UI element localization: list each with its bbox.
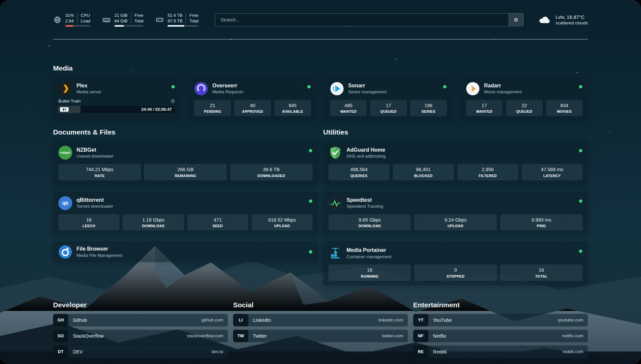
plex-card[interactable]: Plex Media server Bullet Train ⚙ 24:44 /… xyxy=(53,77,180,121)
playback-time: 24:44 / 02:06:47 xyxy=(141,106,172,113)
stat-value: 834 xyxy=(547,103,581,108)
app-subtitle: Usenet downloader xyxy=(76,154,113,159)
bookmark-github[interactable]: GH Github github.com xyxy=(53,314,228,326)
stat-tile: 1.19 Gbps DOWNLOAD xyxy=(123,214,184,230)
portainer-card[interactable]: Media Portainer Container management 16 … xyxy=(323,242,588,285)
search-bar: G xyxy=(215,13,524,26)
stat-value: 47.569 ms xyxy=(523,167,581,172)
status-indicator xyxy=(579,85,582,88)
adguard-card[interactable]: AdGuard Home DNS and adblocking 498,564 … xyxy=(323,141,588,185)
stat-value: 17 xyxy=(467,103,501,108)
stat-value: 16 xyxy=(502,267,581,273)
stat-label: DOWNLOAD xyxy=(124,224,182,228)
qbittorrent-card[interactable]: qb qBittorrent Torrent downloader 16 LEE… xyxy=(53,192,318,235)
ram-free-label: Free xyxy=(135,13,143,18)
stat-label: PENDING xyxy=(196,109,229,113)
filebrowser-card[interactable]: File Browser Media File Management xyxy=(53,242,318,262)
dashboard-screen: 31% 2.94 CPU Load xyxy=(0,0,641,364)
overseerr-icon xyxy=(194,82,208,96)
radarr-icon xyxy=(466,82,480,96)
status-indicator xyxy=(171,85,175,88)
bookmark-netflix[interactable]: NF Netflix netflix.com xyxy=(413,330,588,342)
search-engine-button[interactable]: G xyxy=(509,14,523,26)
app-name: File Browser xyxy=(76,246,122,252)
stat-value: 498,564 xyxy=(330,167,388,172)
bookmarks-row: Developer GH Github github.com SO StackO… xyxy=(53,301,588,358)
app-subtitle: Torrent downloader xyxy=(76,204,113,209)
app-name: Overseerr xyxy=(212,82,243,89)
bookmark-reddit[interactable]: RE Reddit reddit.com xyxy=(413,346,588,358)
stat-label: WANTED xyxy=(331,109,365,113)
overseerr-card[interactable]: Overseerr Media Requests 21 PENDING 40 A… xyxy=(189,77,316,121)
stat-value: 40 xyxy=(235,103,269,108)
app-subtitle: Media File Management xyxy=(76,253,122,258)
settings-gear-icon[interactable]: ⚙ xyxy=(171,99,175,104)
stat-label: SERIES xyxy=(412,109,445,113)
documents-column: Documents & Files nzbget NZBGet Usenet d… xyxy=(53,129,318,285)
search-input[interactable] xyxy=(215,14,509,26)
ram-free-value: 21 GiB xyxy=(114,13,128,18)
app-name: AdGuard Home xyxy=(347,147,386,153)
qbittorrent-icon-text: qb xyxy=(62,200,68,206)
app-subtitle: Speedtest Tracking xyxy=(347,204,383,209)
stat-tile: 498,564 QUERIES xyxy=(328,164,389,180)
stat-label: APPROVED xyxy=(235,109,269,113)
app-name: Sonarr xyxy=(348,82,386,89)
stat-label: REMAINING xyxy=(145,174,225,178)
cpu-widget: 31% 2.94 CPU Load xyxy=(53,13,90,27)
linkedin-icon: LI xyxy=(233,314,248,326)
media-cards-row: Plex Media server Bullet Train ⚙ 24:44 /… xyxy=(53,77,588,121)
nzbget-card[interactable]: nzbget NZBGet Usenet downloader 744.21 M… xyxy=(53,141,318,185)
stat-label: DOWNLOADED xyxy=(231,174,311,178)
github-icon: GH xyxy=(53,314,68,326)
top-bar: 31% 2.94 CPU Load xyxy=(53,0,588,28)
sonarr-icon xyxy=(330,82,344,96)
disk-icon xyxy=(155,15,164,24)
stat-tile: 39.6 TB DOWNLOADED xyxy=(230,164,313,180)
weather-location: Lviv, 16.87°C xyxy=(556,14,588,20)
nzbget-icon-text: nzbget xyxy=(61,151,70,154)
bookmark-stackoverflow[interactable]: SO StackOverflow stackoverflow.com xyxy=(53,330,228,342)
radarr-card[interactable]: Radarr Movie management 17 WANTED 22 QUE… xyxy=(461,77,588,121)
cpu-load-label: Load xyxy=(81,18,90,24)
stat-label: DOWNLOAD xyxy=(330,224,410,228)
stat-label: PING xyxy=(502,224,581,228)
memory-widget: 21 GiB 64 GiB Free Total xyxy=(102,13,143,27)
stat-label: SEED xyxy=(189,224,247,228)
bookmark-youtube[interactable]: YT YouTube youtube.com xyxy=(413,314,588,326)
stat-label: STOPPED xyxy=(415,274,495,278)
now-playing-title: Bullet Train xyxy=(58,99,81,104)
section-title-developer: Developer xyxy=(53,301,228,309)
stat-tile: 16 RUNNING xyxy=(328,264,411,281)
pause-button[interactable] xyxy=(60,107,69,112)
stat-value: 196 xyxy=(412,103,445,108)
social-column: Social LI LinkedIn linkedin.com TW Twitt… xyxy=(233,301,408,358)
stat-tile: 21 PENDING xyxy=(194,100,231,116)
app-subtitle: Series management xyxy=(348,89,386,95)
stat-label: RATE xyxy=(60,174,139,178)
bookmark-label: Twitter xyxy=(253,333,267,339)
section-title-entertainment: Entertainment xyxy=(413,301,588,309)
adguard-icon xyxy=(328,146,342,160)
stat-tile: 266 GB REMAINING xyxy=(144,164,227,180)
bookmark-linkedin[interactable]: LI LinkedIn linkedin.com xyxy=(233,314,408,326)
speedtest-icon xyxy=(328,196,342,210)
speedtest-card[interactable]: Speedtest Speedtest Tracking 9.65 Gbps D… xyxy=(323,192,588,235)
stat-tile: 9.65 Gbps DOWNLOAD xyxy=(328,214,411,230)
app-subtitle: Media server xyxy=(76,89,101,95)
stat-value: 618.52 Mbps xyxy=(253,217,311,223)
bookmark-dev[interactable]: DT DEV dev.to xyxy=(53,346,228,358)
stat-value: 266 GB xyxy=(145,167,225,172)
bookmark-twitter[interactable]: TW Twitter twitter.com xyxy=(233,330,408,342)
playback-progress-bar[interactable]: 24:44 / 02:06:47 xyxy=(58,106,175,113)
status-indicator xyxy=(309,199,312,203)
stat-value: 744.21 Mbps xyxy=(60,167,139,172)
status-indicator xyxy=(307,85,311,88)
cpu-usage-value: 31% xyxy=(65,13,74,18)
sonarr-card[interactable]: Sonarr Series management 485 WANTED 17 Q… xyxy=(325,77,452,121)
stat-tile: 0 STOPPED xyxy=(414,264,497,281)
app-name: NZBGet xyxy=(76,147,113,153)
stat-label: RUNNING xyxy=(330,274,410,278)
stat-label: QUEUED xyxy=(371,109,405,113)
stat-value: 22 xyxy=(507,103,541,108)
